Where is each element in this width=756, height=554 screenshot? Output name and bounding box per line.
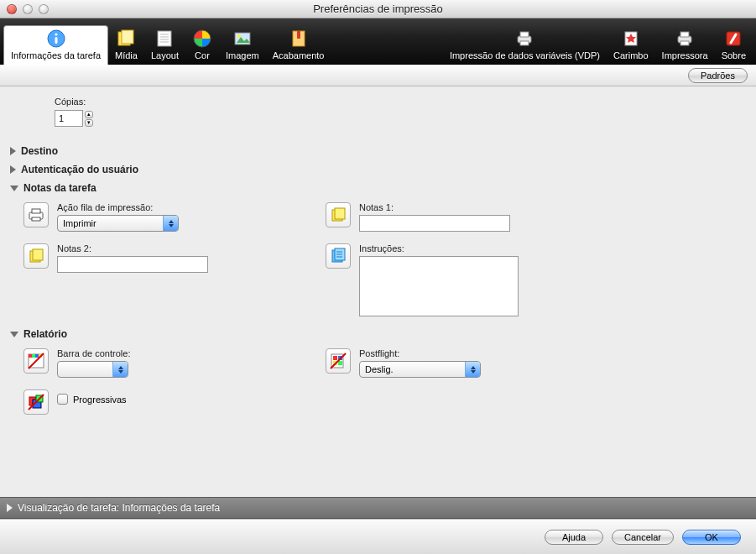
printer-icon (675, 29, 695, 49)
section-notas-header[interactable]: Notas da tarefa (8, 179, 748, 197)
copies-label: Cópias: (55, 97, 748, 107)
notes-icon (326, 202, 351, 227)
tab-finishing[interactable]: Acabamento (266, 26, 331, 64)
tab-about[interactable]: Sobre (715, 26, 753, 64)
svg-rect-2 (55, 37, 57, 44)
tab-media[interactable]: Mídia (108, 26, 144, 64)
section-title: Relatório (23, 328, 67, 340)
cancel-button[interactable]: Cancelar (612, 530, 674, 545)
section-relatorio-body: Barra de controle: Postflight: Deslig. (8, 343, 748, 423)
tab-label: Imagem (226, 50, 259, 60)
postflight-select[interactable]: Deslig. (359, 361, 481, 378)
svg-rect-34 (335, 208, 345, 219)
svg-rect-52 (338, 361, 342, 365)
tab-color[interactable]: Cor (185, 26, 219, 64)
select-value: Deslig. (365, 364, 394, 374)
select-arrows-icon (163, 216, 178, 231)
notes-icon (23, 243, 49, 269)
help-button[interactable]: Ajuda (545, 530, 603, 545)
svg-rect-5 (158, 31, 171, 46)
image-icon (232, 29, 253, 49)
svg-rect-45 (35, 354, 39, 358)
preview-bar[interactable]: Visualização de tarefa: Informações da t… (0, 497, 756, 519)
stepper-down-icon[interactable]: ▾ (85, 119, 93, 127)
select-value: Imprimir (63, 218, 96, 228)
svg-rect-22 (520, 32, 529, 37)
close-window-button[interactable] (7, 4, 17, 14)
svg-rect-28 (680, 41, 689, 45)
tab-vdp[interactable]: Impressão de dados variáveis (VDP) (443, 26, 607, 64)
svg-rect-32 (32, 217, 40, 221)
zoom-window-button[interactable] (39, 4, 49, 14)
window-title: Preferências de impressão (0, 3, 756, 15)
tab-printer[interactable]: Impressora (655, 26, 715, 64)
notas2-input[interactable] (57, 256, 208, 273)
svg-rect-31 (32, 209, 40, 213)
copies-stepper[interactable]: ▴ ▾ (85, 111, 93, 127)
progressives-icon (23, 389, 49, 415)
svg-rect-4 (122, 30, 133, 44)
notas1-input[interactable] (359, 215, 510, 232)
tab-label: Acabamento (273, 50, 325, 60)
svg-point-1 (55, 33, 57, 35)
disclosure-triangle-icon (10, 147, 16, 155)
toolbar: Informações da tarefa Mídia Layout (0, 18, 756, 65)
layout-icon (154, 29, 175, 49)
section-title: Autenticação do usuário (21, 164, 138, 175)
tab-label: Carimbo (613, 50, 649, 60)
notas2-label: Notas 2: (57, 243, 275, 253)
disclosure-triangle-open-icon (10, 332, 18, 337)
svg-rect-27 (680, 32, 689, 37)
defaults-button[interactable]: Padrões (688, 68, 748, 83)
defaults-bar: Padrões (0, 65, 756, 86)
select-arrows-icon (465, 362, 480, 377)
info-icon (46, 29, 66, 49)
titlebar: Preferências de impressão (0, 0, 756, 18)
dialog-footer: Ajuda Cancelar OK (0, 519, 756, 554)
tab-label: Mídia (115, 50, 138, 60)
stepper-up-icon[interactable]: ▴ (85, 111, 93, 118)
traffic-lights (0, 4, 49, 14)
svg-rect-11 (193, 29, 202, 39)
postflight-icon (326, 348, 351, 374)
tab-label: Impressão de dados variáveis (VDP) (450, 50, 600, 60)
tab-stamp[interactable]: Carimbo (607, 26, 655, 64)
section-title: Notas da tarefa (23, 182, 96, 194)
finishing-icon (289, 29, 309, 49)
notas1-label: Notas 1: (359, 202, 748, 212)
section-auth-header[interactable]: Autenticação do usuário (8, 160, 748, 179)
section-title: Destino (21, 145, 58, 157)
media-icon (116, 29, 136, 49)
instrucoes-textarea[interactable] (359, 256, 519, 316)
tab-image[interactable]: Imagem (219, 26, 266, 64)
svg-rect-43 (29, 354, 32, 358)
color-wheel-icon (192, 29, 212, 49)
copies-group: Cópias: ▴ ▾ (8, 97, 748, 127)
svg-rect-36 (33, 249, 43, 260)
barra-select[interactable] (57, 361, 128, 378)
printer-vdp-icon (514, 29, 534, 49)
svg-rect-23 (520, 41, 529, 45)
section-relatorio-header[interactable]: Relatório (8, 325, 748, 343)
tab-layout[interactable]: Layout (144, 26, 185, 64)
stamp-icon (621, 29, 641, 49)
copies-input[interactable] (55, 110, 83, 127)
tab-job-info[interactable]: Informações da tarefa (3, 25, 108, 65)
section-notas-body: Ação fila de impressão: Imprimir Notas 1… (8, 197, 748, 325)
ok-button[interactable]: OK (682, 530, 741, 545)
svg-rect-12 (202, 29, 211, 39)
content-area: Cópias: ▴ ▾ Destino Autenticação do usuá… (0, 86, 756, 497)
section-destino-header[interactable]: Destino (8, 142, 748, 160)
acao-select[interactable]: Imprimir (57, 215, 179, 232)
tab-label: Cor (195, 50, 210, 60)
svg-rect-14 (202, 39, 211, 48)
disclosure-triangle-icon (7, 504, 13, 512)
barra-label: Barra de controle: (57, 348, 275, 358)
tab-label: Layout (151, 50, 179, 60)
printer-small-icon (23, 202, 49, 227)
progressivas-checkbox[interactable] (57, 394, 68, 405)
tab-label: Sobre (722, 50, 746, 60)
minimize-window-button[interactable] (23, 4, 33, 14)
acao-label: Ação fila de impressão: (57, 202, 275, 212)
svg-point-18 (237, 34, 241, 38)
